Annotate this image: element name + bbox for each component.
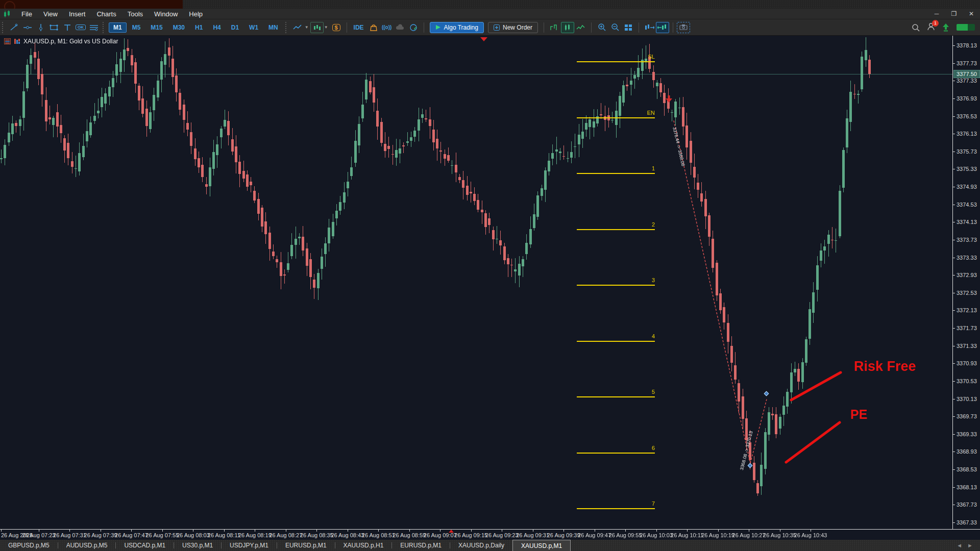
timeframe-d1[interactable]: D1: [227, 22, 243, 33]
depth-of-market-icon[interactable]: [14, 38, 20, 44]
algo-trading-button[interactable]: Algo Trading: [430, 22, 484, 33]
level-label-5[interactable]: 5: [573, 389, 655, 395]
notifications-button[interactable]: 1: [927, 22, 935, 33]
tab-gbpusd-p-m5[interactable]: GBPUSD.p,M5: [0, 540, 58, 551]
timeframe-mn[interactable]: MN: [264, 22, 283, 33]
object-anchor-triangle: [449, 530, 454, 533]
menu-window[interactable]: Window: [149, 9, 183, 19]
tab-xauusd-p-daily[interactable]: XAUUSD.p,Daily: [450, 540, 512, 551]
level-label-3[interactable]: 3: [573, 277, 655, 283]
cloud-icon[interactable]: [394, 22, 407, 33]
time-tick-label: 26 Aug 09:55: [609, 532, 642, 538]
restore-button[interactable]: ❐: [945, 9, 963, 19]
screenshot-button[interactable]: [677, 22, 690, 33]
time-tick: [193, 530, 193, 532]
candle-chart-type-icon[interactable]: [310, 22, 324, 33]
time-axis[interactable]: 26 Aug 202526 Aug 07:2326 Aug 07:3126 Au…: [0, 529, 980, 540]
menu-help[interactable]: Help: [183, 9, 208, 19]
new-order-button[interactable]: New Order: [488, 22, 538, 33]
level-label-2[interactable]: 2: [573, 221, 655, 228]
timeframe-m5[interactable]: M5: [128, 22, 145, 33]
scroll-tabs-left-icon[interactable]: ◄: [957, 542, 962, 548]
one-click-panel-icon[interactable]: [4, 38, 11, 44]
text-tool-icon[interactable]: [61, 22, 74, 33]
time-tick: [687, 530, 688, 532]
background-logo: [4, 1, 15, 9]
time-tick-label: 26 Aug 08:35: [300, 532, 333, 538]
chart-area[interactable]: XAUUSD.p, M1: Gold vs US Dollar SLEN1234…: [0, 36, 980, 529]
candlesticks-view-icon[interactable]: [561, 22, 574, 33]
time-tick-label: 26 Aug 08:59: [393, 532, 426, 538]
tab-eurusd-p-m1[interactable]: EURUSD.p,M1: [277, 540, 335, 551]
chevron-down-icon[interactable]: ▼: [324, 25, 328, 30]
menu-view[interactable]: View: [38, 9, 63, 19]
notification-badge: 1: [932, 20, 939, 27]
timeframe-h1[interactable]: H1: [190, 22, 207, 33]
zoom-out-icon[interactable]: [608, 22, 622, 33]
minimize-button[interactable]: ─: [928, 9, 945, 19]
ide-button[interactable]: IDE: [354, 24, 364, 31]
menu-insert[interactable]: Insert: [63, 9, 91, 19]
tick-chart-icon[interactable]: [548, 22, 561, 33]
search-icon[interactable]: [912, 23, 920, 32]
level-label-4[interactable]: 4: [573, 333, 655, 339]
tab-xauusd-p-h1[interactable]: XAUUSD.p,H1: [335, 540, 392, 551]
scroll-tabs-right-icon[interactable]: ►: [967, 542, 973, 548]
time-tick: [656, 530, 657, 532]
trendline-tool-icon[interactable]: [8, 22, 21, 33]
community-globe-icon[interactable]: [407, 22, 420, 33]
candlestick-plot[interactable]: [0, 36, 952, 529]
tab-us30-p-m1[interactable]: US30.p,M1: [174, 540, 221, 551]
price-axis[interactable]: 3378.133377.733377.333376.933376.533376.…: [952, 36, 980, 529]
chart-shift-marker[interactable]: [480, 37, 487, 41]
market-bag-icon[interactable]: [367, 22, 380, 33]
parallel-lines-tool-icon[interactable]: [87, 22, 101, 33]
currency-icon[interactable]: $: [330, 22, 343, 33]
level-label-sl[interactable]: SL: [573, 54, 655, 60]
time-tick-label: 26 Aug 10:19: [701, 532, 734, 538]
line-chart-type-icon[interactable]: [291, 22, 304, 33]
time-tick: [595, 530, 595, 532]
menu-file[interactable]: File: [16, 9, 38, 19]
tab-usdcad-p-m1[interactable]: USDCAD.p,M1: [116, 540, 174, 551]
zoom-in-icon[interactable]: [595, 22, 608, 33]
chart-symbol-title: XAUUSD.p, M1: Gold vs US Dollar: [23, 38, 118, 45]
tile-windows-icon[interactable]: [622, 22, 635, 33]
timeframe-m1[interactable]: M1: [109, 22, 127, 33]
level-label-en[interactable]: EN: [573, 110, 655, 116]
line-view-icon[interactable]: [574, 22, 587, 33]
ok-object-tool-icon[interactable]: OK: [74, 22, 87, 33]
vertical-line-tool-icon[interactable]: [34, 22, 47, 33]
chart-title-bar: XAUUSD.p, M1: Gold vs US Dollar: [4, 38, 118, 45]
shapes-tool-icon[interactable]: [47, 22, 61, 33]
close-button[interactable]: ✕: [963, 9, 980, 19]
menu-tools[interactable]: Tools: [122, 9, 149, 19]
auto-scroll-icon[interactable]: [643, 22, 656, 33]
menu-bar: FileViewInsertChartsToolsWindowHelp ─ ❐ …: [0, 9, 980, 19]
time-tick-label: 26 Aug 08:43: [331, 532, 364, 538]
chart-tab-bar: GBPUSD.p,M5AUDUSD.p,M5USDCAD.p,M1US30.p,…: [0, 540, 980, 551]
level-label-6[interactable]: 6: [573, 445, 655, 451]
menu-charts[interactable]: Charts: [91, 9, 121, 19]
sell-arrow-marker[interactable]: [666, 95, 672, 105]
signals-icon[interactable]: ((o)): [380, 22, 394, 33]
annotation-risk-free[interactable]: Risk Free: [854, 359, 916, 374]
timeframe-m15[interactable]: M15: [146, 22, 167, 33]
time-tick-label: 26 Aug 09:07: [424, 532, 457, 538]
tab-eurusd-p-m1[interactable]: EURUSD.p,M1: [392, 540, 450, 551]
level-label-1[interactable]: 1: [573, 165, 655, 171]
annotation-pe[interactable]: PE: [850, 407, 867, 422]
tab-usdjpy-p-m1[interactable]: USDJPY.p,M1: [222, 540, 277, 551]
tab-audusd-p-m5[interactable]: AUDUSD.p,M5: [58, 540, 116, 551]
horizontal-line-tool-icon[interactable]: [21, 22, 34, 33]
tab-xauusd-p-m1[interactable]: XAUUSD.p,M1: [512, 540, 571, 551]
time-tick-label: 26 Aug 09:31: [516, 532, 549, 538]
timeframe-w1[interactable]: W1: [244, 22, 263, 33]
chart-shift-icon[interactable]: [656, 22, 669, 33]
time-tick: [471, 530, 472, 532]
desktop-strip: [0, 0, 980, 9]
level-label-7[interactable]: 7: [573, 500, 655, 507]
timeframe-h4[interactable]: H4: [208, 22, 225, 33]
timeframe-m30[interactable]: M30: [168, 22, 189, 33]
chevron-down-icon[interactable]: ▼: [305, 25, 309, 30]
